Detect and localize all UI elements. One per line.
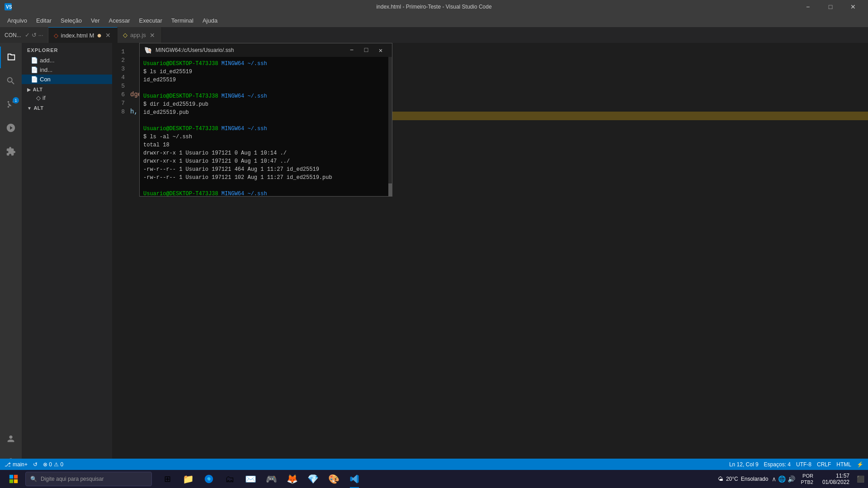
menu-acessar[interactable]: Acessar xyxy=(105,15,134,26)
terminal-maximize-button[interactable]: □ xyxy=(359,43,373,57)
taskbar-app1[interactable]: 💎 xyxy=(303,470,323,488)
prettier-icon: ⚡ xyxy=(857,461,863,468)
maximize-button[interactable]: □ xyxy=(820,0,841,14)
sidebar-item-ind[interactable]: 📄 ind... xyxy=(22,65,112,75)
taskbar-vscode[interactable] xyxy=(344,470,364,488)
menu-ajuda[interactable]: Ajuda xyxy=(199,15,221,26)
activity-search[interactable] xyxy=(0,70,22,92)
terminal-content[interactable]: Usuario@DESKTOP-T473J38 MINGW64 ~/.ssh $… xyxy=(140,57,388,196)
minimize-button[interactable]: − xyxy=(797,0,818,14)
tray-network-icon[interactable]: 🌐 xyxy=(778,475,786,483)
activity-debug[interactable] xyxy=(0,117,22,139)
taskbar-search[interactable]: 🔍 Digite aqui para pesquisar xyxy=(25,472,152,486)
statusbar-right: Ln 12, Col 9 Espaços: 4 UTF-8 CRLF HTML … xyxy=(729,461,863,468)
statusbar-spaces[interactable]: Espaços: 4 xyxy=(764,461,791,468)
taskbar-lang[interactable]: POR PTB2 xyxy=(799,473,815,486)
tab-app-js[interactable]: ◇ app.js ✕ xyxy=(118,27,162,43)
menu-selecao[interactable]: Seleção xyxy=(57,15,85,26)
tab-index-html[interactable]: ◇ index.html M ● ✕ xyxy=(48,27,118,43)
taskbar-clock[interactable]: 11:57 01/08/2022 xyxy=(819,473,853,485)
sidebar-item-if[interactable]: ◇ if xyxy=(22,93,112,103)
tab-check-icon[interactable]: ✓ xyxy=(25,32,30,38)
statusbar-errors[interactable]: ⊗ 0 ⚠ 0 xyxy=(43,461,63,468)
taskbar-lang-layout: POR xyxy=(801,473,813,479)
menu-executar[interactable]: Executar xyxy=(136,15,166,26)
taskbar-firefox[interactable]: 🦊 xyxy=(282,470,302,488)
edge-icon xyxy=(204,474,214,484)
weather-icon: 🌤 xyxy=(718,476,723,482)
menubar: Arquivo Editar Seleção Ver Acessar Execu… xyxy=(0,14,868,27)
sidebar-item-con[interactable]: 📄 Con xyxy=(22,75,112,84)
taskbar-notifications[interactable]: ⬛ xyxy=(857,475,864,483)
statusbar-sync[interactable]: ↺ xyxy=(33,461,38,468)
taskbar-app-gaming[interactable]: 🎮 xyxy=(261,470,281,488)
titlebar-left: VS xyxy=(5,3,12,10)
statusbar-encoding[interactable]: UTF-8 xyxy=(796,461,811,468)
sidebar-item-add[interactable]: 📄 add... xyxy=(22,56,112,65)
statusbar-position[interactable]: Ln 12, Col 9 xyxy=(729,461,759,468)
terminal-line-7: Usuario@DESKTOP-T473J38 MINGW64 ~/.ssh xyxy=(143,125,385,133)
close-button[interactable]: ✕ xyxy=(843,0,863,14)
terminal-minimize-button[interactable]: − xyxy=(345,43,359,57)
taskbar-weather[interactable]: 🌤 20°C Ensolarado xyxy=(718,476,769,482)
taskbar-edge[interactable] xyxy=(199,470,219,488)
svg-point-4 xyxy=(8,106,9,108)
menu-terminal[interactable]: Terminal xyxy=(168,15,197,26)
tab-group: CON... ✓ ↺ ··· xyxy=(0,27,48,43)
file-icon: 📄 xyxy=(31,57,38,64)
menu-ver[interactable]: Ver xyxy=(87,15,104,26)
taskbar-app2[interactable]: 🎨 xyxy=(324,470,344,488)
tab-refresh-icon[interactable]: ↺ xyxy=(32,32,37,38)
titlebar-title: index.html - Primeiro-Teste - Visual Stu… xyxy=(376,4,491,10)
statusbar-prettier[interactable]: ⚡ xyxy=(857,461,863,468)
taskbar-apps: ⊞ 📁 🗂 ✉️ 🎮 🦊 💎 🎨 xyxy=(157,470,364,488)
taskbar-files[interactable]: 🗂 xyxy=(220,470,240,488)
sidebar-section-alt2[interactable]: ▼ Alt xyxy=(22,103,112,112)
statusbar-branch[interactable]: ⎇ main+ xyxy=(5,461,28,468)
taskbar-task-view[interactable]: ⊞ xyxy=(157,470,177,488)
taskbar-search-label: Digite aqui para pesquisar xyxy=(41,476,104,482)
activity-source-control[interactable]: 1 xyxy=(0,94,22,115)
tab-more-icon[interactable]: ··· xyxy=(38,32,43,38)
taskbar-mail[interactable]: ✉️ xyxy=(241,470,260,488)
terminal-shell-icon: 🐚 xyxy=(144,47,152,54)
terminal-line-9: total 18 xyxy=(143,141,385,149)
activity-account[interactable] xyxy=(0,428,22,450)
editor-area[interactable]: 1 2 3 4 5 6 dge"> xyxy=(112,43,868,477)
terminal-scrollbar-thumb[interactable] xyxy=(388,183,392,196)
tray-volume-icon[interactable]: 🔊 xyxy=(788,475,795,483)
taskbar-temp: 20°C xyxy=(726,476,738,482)
firefox-icon: 🦊 xyxy=(287,474,298,484)
menu-arquivo[interactable]: Arquivo xyxy=(4,15,31,26)
titlebar-controls: − □ ✕ xyxy=(797,0,863,14)
terminal-scrollbar[interactable] xyxy=(388,57,392,196)
tab-index-html-close[interactable]: ✕ xyxy=(104,32,112,39)
sidebar-section-alt1[interactable]: ▶ Alt xyxy=(22,84,112,93)
taskbar-time: 11:57 xyxy=(822,473,849,479)
taskbar-file-explorer[interactable]: 📁 xyxy=(178,470,198,488)
tray-chevron-icon[interactable]: ∧ xyxy=(772,475,776,483)
windows-logo-icon xyxy=(9,474,18,483)
tab-group-label: CON... xyxy=(5,32,21,38)
terminal-blank-2 xyxy=(143,117,385,125)
terminal-blank-3 xyxy=(143,182,385,190)
terminal-close-button[interactable]: ✕ xyxy=(374,43,387,57)
activity-files[interactable] xyxy=(0,47,22,68)
mail-icon: ✉️ xyxy=(245,474,256,484)
html-icon: 📄 xyxy=(31,66,38,73)
explorer-icon: 📁 xyxy=(183,474,194,484)
app2-icon: 🎨 xyxy=(328,474,340,484)
statusbar-left: ⎇ main+ ↺ ⊗ 0 ⚠ 0 xyxy=(5,461,63,468)
tabs-bar: CON... ✓ ↺ ··· ◇ index.html M ● ✕ ◇ app.… xyxy=(0,27,868,43)
chevron-right-icon: ▶ xyxy=(27,87,31,92)
svg-point-2 xyxy=(8,101,9,103)
statusbar-lang[interactable]: HTML xyxy=(836,461,851,468)
menu-editar[interactable]: Editar xyxy=(33,15,55,26)
tab-app-js-close[interactable]: ✕ xyxy=(149,32,156,39)
taskbar-start-button[interactable] xyxy=(4,470,24,488)
svg-rect-5 xyxy=(9,475,13,479)
explorer-header: EXPLORER xyxy=(22,43,112,56)
statusbar-eol[interactable]: CRLF xyxy=(817,461,831,468)
activity-extensions[interactable] xyxy=(0,141,22,162)
terminal-window[interactable]: 🐚 MINGW64:/c/Users/Usuario/.ssh − □ ✕ Us… xyxy=(139,43,392,197)
